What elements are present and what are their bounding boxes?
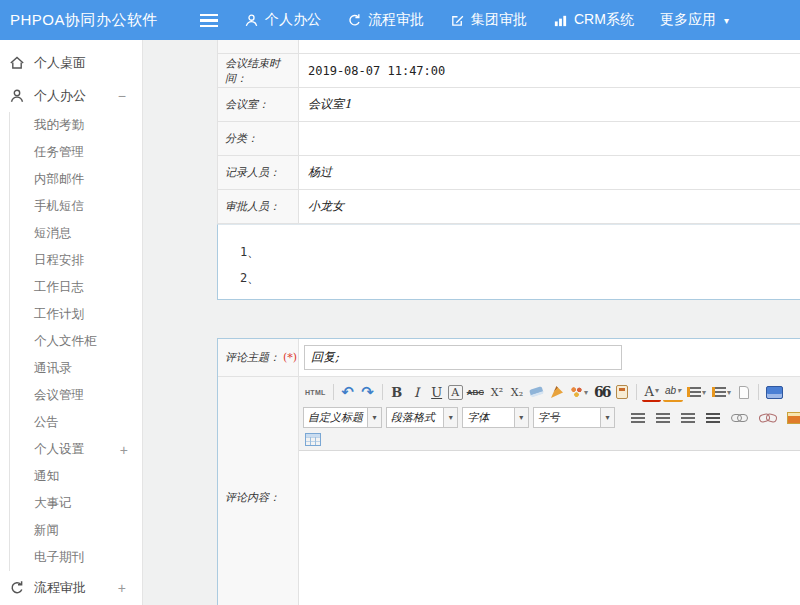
source-code-button[interactable]: HTML bbox=[303, 382, 328, 402]
italic-button[interactable]: I bbox=[408, 382, 426, 402]
unlink-icon bbox=[759, 413, 776, 422]
image-button[interactable] bbox=[785, 408, 800, 428]
fullscreen-icon bbox=[766, 386, 783, 399]
sidebar-item-announcement[interactable]: 公告 bbox=[9, 409, 142, 436]
top-nav: 个人办公流程审批集团审批CRM系统更多应用▾ bbox=[244, 11, 729, 29]
sidebar-item-meeting-management[interactable]: 会议管理 bbox=[9, 382, 142, 409]
comment-subject-input[interactable] bbox=[304, 345, 622, 370]
sidebar-item-work-log[interactable]: 工作日志 bbox=[9, 274, 142, 301]
sidebar-item-mobile-sms[interactable]: 手机短信 bbox=[9, 193, 142, 220]
form-row: 会议室：会议室1 bbox=[218, 88, 800, 122]
align-left-button[interactable] bbox=[629, 408, 647, 428]
font-size-select[interactable]: 字号▾ bbox=[533, 407, 615, 428]
fullscreen-button[interactable] bbox=[764, 382, 785, 402]
undo-button[interactable]: ↶ bbox=[339, 382, 357, 402]
format-brush-icon bbox=[551, 386, 563, 398]
sidebar-item-personal-files[interactable]: 个人文件柜 bbox=[9, 328, 142, 355]
sidebar-item-label: 任务管理 bbox=[34, 144, 84, 161]
nav-item-personal-office[interactable]: 个人办公 bbox=[244, 11, 321, 29]
field-label: 记录人员： bbox=[218, 156, 299, 189]
nav-item-crm-system[interactable]: CRM系统 bbox=[553, 11, 634, 29]
sidebar-item-label: 个人设置 bbox=[34, 441, 84, 458]
format-brush-button[interactable] bbox=[548, 382, 566, 402]
expand-icon[interactable]: + bbox=[118, 580, 126, 596]
heading-select[interactable]: 自定义标题▾ bbox=[303, 407, 382, 428]
sidebar-item-news[interactable]: 新闻 bbox=[9, 517, 142, 544]
align-right-button[interactable] bbox=[679, 408, 697, 428]
app-logo[interactable]: PHPOA协同办公软件 bbox=[0, 11, 190, 30]
ordered-list-button[interactable]: ▾ bbox=[685, 382, 708, 402]
caret-down-icon: ▾ bbox=[702, 388, 706, 397]
superscript-button[interactable]: X² bbox=[488, 382, 506, 402]
align-right-icon bbox=[681, 413, 695, 423]
align-left-icon bbox=[631, 413, 645, 423]
nav-item-label: 集团审批 bbox=[471, 11, 527, 29]
select-value: 字体 bbox=[463, 410, 493, 425]
new-page-button[interactable] bbox=[735, 382, 753, 402]
nav-item-label: 个人办公 bbox=[265, 11, 321, 29]
color-palette-button[interactable]: ▾ bbox=[568, 382, 590, 402]
underline-button[interactable]: U bbox=[428, 382, 446, 402]
comment-content-label: 评论内容： bbox=[218, 377, 299, 605]
nav-item-more-apps[interactable]: 更多应用▾ bbox=[660, 11, 729, 29]
nav-item-group-approval[interactable]: 集团审批 bbox=[450, 11, 527, 29]
border-text-button[interactable]: A bbox=[448, 385, 463, 400]
sidebar-item-personal-settings[interactable]: 个人设置+ bbox=[9, 436, 142, 463]
nav-item-label: 流程审批 bbox=[368, 11, 424, 29]
sidebar-item-workflow-approval[interactable]: 流程审批+ bbox=[0, 571, 142, 604]
sidebar-item-memorabilia[interactable]: 大事记 bbox=[9, 490, 142, 517]
comment-subject-row: 评论主题： (*) bbox=[218, 339, 800, 377]
blockquote-button[interactable]: 66 bbox=[592, 382, 611, 402]
table-button[interactable] bbox=[303, 431, 323, 448]
align-center-button[interactable] bbox=[654, 408, 672, 428]
sidebar-item-contacts[interactable]: 通讯录 bbox=[9, 355, 142, 382]
sidebar-item-personal-desktop[interactable]: 个人桌面 bbox=[0, 46, 142, 79]
sidebar-item-label: 个人办公 bbox=[34, 87, 86, 105]
form-row: 审批人员：小龙女 bbox=[218, 190, 800, 224]
select-value: 段落格式 bbox=[387, 410, 439, 425]
editor-body[interactable] bbox=[299, 451, 800, 605]
paragraph-select[interactable]: 段落格式▾ bbox=[386, 407, 458, 428]
sidebar-item-internal-mail[interactable]: 内部邮件 bbox=[9, 166, 142, 193]
toolbar-separator bbox=[636, 384, 637, 400]
strikethrough-button[interactable]: ABC bbox=[465, 382, 486, 402]
caret-down-icon: ▾ bbox=[600, 408, 614, 427]
eraser-button[interactable] bbox=[528, 382, 546, 402]
subscript-button[interactable]: X₂ bbox=[508, 382, 526, 402]
sidebar-item-short-message[interactable]: 短消息 bbox=[9, 220, 142, 247]
highlight-button[interactable]: ab▾ bbox=[663, 382, 683, 402]
field-label: 会议结束时间： bbox=[218, 54, 299, 87]
hamburger-icon[interactable] bbox=[200, 14, 218, 27]
bold-button[interactable]: B bbox=[388, 382, 406, 402]
sidebar-item-label: 日程安排 bbox=[34, 252, 84, 269]
sidebar-item-work-plan[interactable]: 工作计划 bbox=[9, 301, 142, 328]
unlink-button[interactable] bbox=[757, 408, 778, 428]
font-family-select[interactable]: 字体▾ bbox=[462, 407, 529, 428]
font-color-button[interactable]: A▾ bbox=[642, 382, 660, 402]
sidebar-item-task-management[interactable]: 任务管理 bbox=[9, 139, 142, 166]
nav-item-workflow-approval[interactable]: 流程审批 bbox=[347, 11, 424, 29]
nav-item-label: 更多应用 bbox=[660, 11, 716, 29]
field-value: 会议室1 bbox=[299, 88, 800, 121]
link-button[interactable] bbox=[729, 408, 750, 428]
collapse-icon[interactable]: − bbox=[118, 88, 126, 104]
comment-subject-label: 评论主题： (*) bbox=[218, 339, 299, 376]
expand-icon[interactable]: + bbox=[120, 442, 128, 458]
unordered-list-button[interactable]: ▾ bbox=[710, 382, 733, 402]
redo-button[interactable]: ↷ bbox=[359, 382, 377, 402]
sidebar-item-schedule[interactable]: 日程安排 bbox=[9, 247, 142, 274]
toolbar-separator bbox=[758, 384, 759, 400]
sidebar-item-my-attendance[interactable]: 我的考勤 bbox=[9, 112, 142, 139]
comment-content-row: 评论内容： HTML↶↷BIUAABCX²X₂▾66A▾ab▾▾▾ 自定义标题▾… bbox=[218, 377, 800, 605]
scroll-pane[interactable]: 会议结束时间：2019-08-07 11:47:00会议室：会议室1分类：记录人… bbox=[217, 40, 800, 605]
align-justify-button[interactable] bbox=[704, 408, 722, 428]
table-icon bbox=[305, 433, 321, 446]
sidebar-item-label: 流程审批 bbox=[34, 579, 86, 597]
paste-word-button[interactable] bbox=[613, 382, 631, 402]
sidebar-item-personal-office[interactable]: 个人办公− bbox=[0, 79, 142, 112]
sidebar-item-notice[interactable]: 通知 bbox=[9, 463, 142, 490]
field-label: 分类： bbox=[218, 122, 299, 155]
select-value: 自定义标题 bbox=[304, 410, 367, 425]
toolbar-row-1: HTML↶↷BIUAABCX²X₂▾66A▾ab▾▾▾ bbox=[303, 380, 800, 404]
sidebar-item-e-journal[interactable]: 电子期刊 bbox=[9, 544, 142, 571]
